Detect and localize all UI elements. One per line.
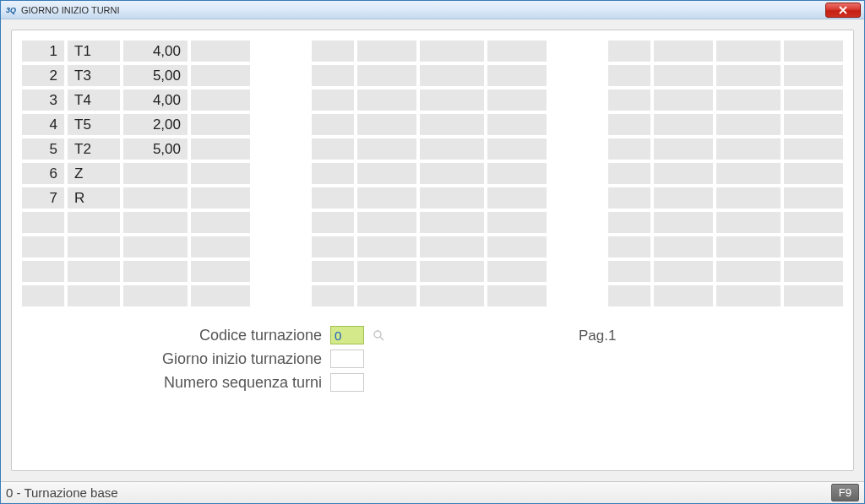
grid-cell[interactable] (357, 41, 416, 62)
grid-cell[interactable] (123, 236, 188, 257)
grid-cell[interactable] (654, 261, 713, 282)
grid-cell[interactable] (654, 236, 713, 257)
grid-cell[interactable] (312, 65, 354, 86)
grid-cell[interactable] (608, 212, 650, 233)
grid-cell[interactable] (420, 114, 484, 135)
grid-cell[interactable] (608, 41, 650, 62)
grid-cell[interactable] (487, 114, 547, 135)
grid-cell[interactable] (487, 89, 547, 111)
grid-cell[interactable] (420, 41, 484, 62)
grid-cell[interactable]: 1 (22, 41, 64, 62)
grid-cell[interactable] (654, 138, 713, 160)
grid-cell[interactable] (784, 114, 843, 135)
grid-cell[interactable] (123, 285, 188, 306)
grid-cell[interactable] (487, 212, 547, 233)
grid-cell[interactable] (312, 261, 354, 282)
grid-cell[interactable] (716, 236, 781, 257)
grid-cell[interactable] (357, 138, 416, 160)
grid-cell[interactable] (716, 65, 781, 86)
grid-cell[interactable] (420, 138, 484, 160)
grid-cell[interactable] (22, 261, 64, 282)
grid-cell[interactable] (68, 261, 120, 282)
grid-cell[interactable] (608, 236, 650, 257)
grid-cell[interactable] (191, 187, 250, 209)
grid-cell[interactable]: T1 (68, 41, 120, 62)
grid-cell[interactable] (191, 114, 250, 135)
grid-cell[interactable] (191, 212, 250, 233)
grid-cell[interactable] (716, 114, 781, 135)
grid-cell[interactable] (312, 187, 354, 209)
grid-cell[interactable] (420, 163, 484, 184)
grid-cell[interactable] (716, 187, 781, 209)
grid-cell[interactable] (191, 138, 250, 160)
grid-cell[interactable] (784, 41, 843, 62)
grid-cell[interactable] (191, 65, 250, 86)
grid-cell[interactable] (357, 65, 416, 86)
grid-cell[interactable]: 4,00 (123, 89, 188, 111)
grid-cell[interactable] (716, 163, 781, 184)
grid-cell[interactable] (22, 212, 64, 233)
grid-cell[interactable] (312, 163, 354, 184)
grid-cell[interactable] (312, 236, 354, 257)
grid-cell[interactable] (716, 285, 781, 306)
close-button[interactable] (825, 3, 861, 18)
grid-cell[interactable] (487, 261, 547, 282)
f9-button[interactable]: F9 (831, 484, 859, 501)
grid-cell[interactable] (784, 212, 843, 233)
grid-cell[interactable] (312, 41, 354, 62)
grid-cell[interactable] (784, 163, 843, 184)
grid-cell[interactable] (784, 236, 843, 257)
grid-cell[interactable] (654, 285, 713, 306)
grid-cell[interactable] (357, 261, 416, 282)
grid-cell[interactable] (420, 187, 484, 209)
grid-cell[interactable] (608, 163, 650, 184)
grid-cell[interactable]: 4,00 (123, 41, 188, 62)
grid-cell[interactable]: T3 (68, 65, 120, 86)
grid-cell[interactable] (716, 261, 781, 282)
grid-cell[interactable] (191, 236, 250, 257)
grid-cell[interactable] (312, 89, 354, 111)
grid-cell[interactable] (68, 285, 120, 306)
grid-cell[interactable] (487, 236, 547, 257)
grid-cell[interactable] (191, 285, 250, 306)
grid-cell[interactable] (357, 285, 416, 306)
grid-cell[interactable] (608, 138, 650, 160)
grid-cell[interactable] (191, 261, 250, 282)
input-codice[interactable] (330, 326, 364, 344)
grid-cell[interactable] (312, 114, 354, 135)
grid-cell[interactable] (487, 163, 547, 184)
grid-cell[interactable] (784, 65, 843, 86)
grid-cell[interactable] (608, 285, 650, 306)
grid-cell[interactable] (357, 212, 416, 233)
grid-cell[interactable] (654, 41, 713, 62)
grid-cell[interactable]: 5,00 (123, 65, 188, 86)
grid-cell[interactable]: 7 (22, 187, 64, 209)
grid-cell[interactable] (784, 261, 843, 282)
grid-cell[interactable] (420, 212, 484, 233)
grid-cell[interactable] (716, 41, 781, 62)
grid-cell[interactable]: 4 (22, 114, 64, 135)
grid-cell[interactable] (22, 285, 64, 306)
grid-cell[interactable] (654, 212, 713, 233)
grid-cell[interactable] (487, 41, 547, 62)
grid-cell[interactable]: Z (68, 163, 120, 184)
grid-cell[interactable]: 5,00 (123, 138, 188, 160)
input-giorno[interactable] (330, 350, 364, 368)
grid-cell[interactable] (608, 187, 650, 209)
grid-cell[interactable] (487, 187, 547, 209)
grid-cell[interactable] (608, 261, 650, 282)
grid-cell[interactable] (784, 187, 843, 209)
grid-cell[interactable] (312, 212, 354, 233)
grid-cell[interactable] (654, 89, 713, 111)
grid-cell[interactable]: T2 (68, 138, 120, 160)
grid-cell[interactable] (608, 114, 650, 135)
grid-cell[interactable] (420, 285, 484, 306)
grid-cell[interactable] (357, 236, 416, 257)
grid-cell[interactable] (123, 163, 188, 184)
grid-cell[interactable] (784, 89, 843, 111)
grid-cell[interactable]: R (68, 187, 120, 209)
grid-cell[interactable] (191, 41, 250, 62)
grid-cell[interactable] (716, 89, 781, 111)
grid-cell[interactable] (716, 138, 781, 160)
grid-cell[interactable]: T5 (68, 114, 120, 135)
